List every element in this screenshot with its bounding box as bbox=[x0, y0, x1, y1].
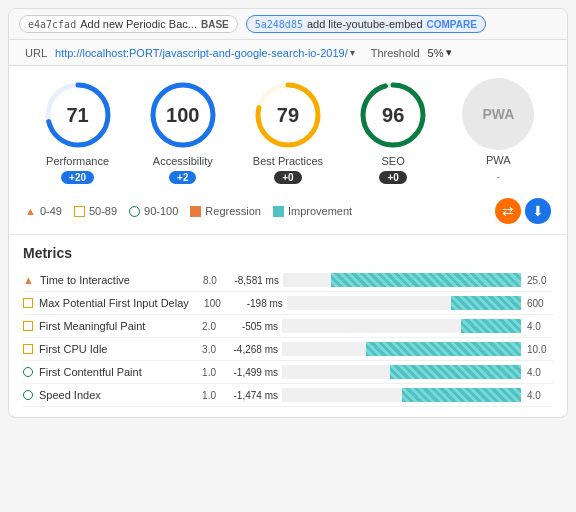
score-accessibility: 100 Accessibility +2 bbox=[147, 79, 219, 184]
metric-row-first-cpu-idle: First CPU Idle 3.0 -4,268 ms 10.0 bbox=[23, 338, 553, 361]
url-dropdown-arrow: ▾ bbox=[350, 47, 355, 58]
metric-triangle-icon: ▲ bbox=[23, 274, 34, 286]
seo-value: 96 bbox=[382, 103, 404, 126]
scores-section: 71 Performance +20 100 Accessibility +2 bbox=[9, 66, 567, 188]
triangle-icon: ▲ bbox=[25, 205, 36, 217]
metric-circle-icon bbox=[23, 390, 33, 400]
action-button-orange[interactable]: ⇄ bbox=[495, 198, 521, 224]
pwa-delta: - bbox=[496, 170, 500, 184]
metric-circle-icon bbox=[23, 367, 33, 377]
metric-compare-val: 600 bbox=[527, 298, 553, 309]
metric-bar-container: -1,474 ms bbox=[222, 388, 521, 402]
metric-diff: -198 ms bbox=[227, 298, 283, 309]
url-text: http://localhost:PORT/javascript-and-goo… bbox=[55, 47, 348, 59]
metric-base-val: 100 bbox=[195, 298, 221, 309]
seo-circle: 96 bbox=[357, 79, 429, 151]
threshold-selector[interactable]: 5% ▾ bbox=[428, 46, 452, 59]
legend-improvement-label: Improvement bbox=[288, 205, 352, 217]
threshold-label: Threshold bbox=[371, 47, 420, 59]
url-label: URL bbox=[25, 47, 47, 59]
improvement-icon bbox=[273, 206, 284, 217]
legend-90-100-label: 90-100 bbox=[144, 205, 178, 217]
metric-compare-val: 4.0 bbox=[527, 321, 553, 332]
url-bar: URL http://localhost:PORT/javascript-and… bbox=[9, 40, 567, 66]
metric-diff: -1,474 ms bbox=[222, 390, 278, 401]
metric-compare-val: 4.0 bbox=[527, 390, 553, 401]
metric-bar-fill bbox=[451, 296, 521, 310]
metric-bar-wrap bbox=[282, 342, 521, 356]
metric-name: First Contentful Paint bbox=[39, 366, 184, 378]
square-icon bbox=[74, 206, 85, 217]
metric-bar-fill bbox=[402, 388, 522, 402]
metric-bar-container: -8,581 ms bbox=[223, 273, 521, 287]
metric-compare-val: 10.0 bbox=[527, 344, 553, 355]
threshold-text: 5% bbox=[428, 47, 444, 59]
legend-50-89: 50-89 bbox=[74, 205, 117, 217]
score-best-practices: 79 Best Practices +0 bbox=[252, 79, 324, 184]
main-container: e4a7cfad Add new Periodic Bac... BASE 5a… bbox=[8, 8, 568, 418]
metric-bar-wrap bbox=[283, 273, 521, 287]
performance-label: Performance bbox=[46, 155, 109, 167]
metric-square-icon bbox=[23, 298, 33, 308]
legend-improvement: Improvement bbox=[273, 205, 352, 217]
metric-bar-wrap bbox=[282, 365, 521, 379]
metric-bar-fill bbox=[390, 365, 521, 379]
compare-label: COMPARE bbox=[427, 19, 477, 30]
best-practices-delta: +0 bbox=[274, 171, 301, 184]
pwa-label: PWA bbox=[486, 154, 511, 166]
base-msg: Add new Periodic Bac... bbox=[80, 18, 197, 30]
metric-square-icon bbox=[23, 321, 33, 331]
metric-row-time-to-interactive: ▲ Time to Interactive 8.0 -8,581 ms 25.0 bbox=[23, 269, 553, 292]
circle-icon bbox=[129, 206, 140, 217]
metric-bar-fill bbox=[366, 342, 521, 356]
compare-commit-badge[interactable]: 5a248d85 add lite-youtube-embed COMPARE bbox=[246, 15, 486, 33]
metric-base-val: 2.0 bbox=[190, 321, 216, 332]
action-button-blue[interactable]: ⬇ bbox=[525, 198, 551, 224]
best-practices-value: 79 bbox=[277, 103, 299, 126]
accessibility-label: Accessibility bbox=[153, 155, 213, 167]
metric-bar-wrap bbox=[282, 319, 521, 333]
base-hash: e4a7cfad bbox=[28, 19, 76, 30]
legend-actions: ⇄ ⬇ bbox=[495, 198, 551, 224]
base-label: BASE bbox=[201, 19, 229, 30]
performance-value: 71 bbox=[66, 103, 88, 126]
metric-bar-fill bbox=[331, 273, 521, 287]
metric-row-first-meaningful-paint: First Meaningful Paint 2.0 -505 ms 4.0 bbox=[23, 315, 553, 338]
score-pwa: PWA PWA - bbox=[462, 78, 534, 184]
best-practices-circle: 79 bbox=[252, 79, 324, 151]
url-selector[interactable]: http://localhost:PORT/javascript-and-goo… bbox=[55, 47, 355, 59]
pwa-text: PWA bbox=[482, 106, 514, 122]
metric-diff: -505 ms bbox=[222, 321, 278, 332]
best-practices-label: Best Practices bbox=[253, 155, 323, 167]
metric-name: Speed Index bbox=[39, 389, 184, 401]
metric-name: Time to Interactive bbox=[40, 274, 185, 286]
accessibility-circle: 100 bbox=[147, 79, 219, 151]
score-performance: 71 Performance +20 bbox=[42, 79, 114, 184]
metric-bar-wrap bbox=[282, 388, 521, 402]
metric-row-speed-index: Speed Index 1.0 -1,474 ms 4.0 bbox=[23, 384, 553, 407]
performance-circle: 71 bbox=[42, 79, 114, 151]
legend-regression-label: Regression bbox=[205, 205, 261, 217]
metric-compare-val: 4.0 bbox=[527, 367, 553, 378]
base-commit-badge[interactable]: e4a7cfad Add new Periodic Bac... BASE bbox=[19, 15, 238, 33]
metrics-title: Metrics bbox=[23, 245, 553, 261]
metric-bar-container: -505 ms bbox=[222, 319, 521, 333]
metric-bar-container: -198 ms bbox=[227, 296, 521, 310]
metric-square-icon bbox=[23, 344, 33, 354]
pwa-circle: PWA bbox=[462, 78, 534, 150]
compare-hash: 5a248d85 bbox=[255, 19, 303, 30]
metrics-section: Metrics ▲ Time to Interactive 8.0 -8,581… bbox=[9, 235, 567, 417]
metric-diff: -4,268 ms bbox=[222, 344, 278, 355]
metric-diff: -1,499 ms bbox=[222, 367, 278, 378]
metric-bar-wrap bbox=[287, 296, 521, 310]
metric-bar-fill bbox=[461, 319, 521, 333]
seo-delta: +0 bbox=[379, 171, 406, 184]
metric-name: First Meaningful Paint bbox=[39, 320, 184, 332]
regression-icon bbox=[190, 206, 201, 217]
legend-50-89-label: 50-89 bbox=[89, 205, 117, 217]
performance-delta: +20 bbox=[61, 171, 94, 184]
metric-base-val: 3.0 bbox=[190, 344, 216, 355]
accessibility-delta: +2 bbox=[169, 171, 196, 184]
metric-diff: -8,581 ms bbox=[223, 275, 279, 286]
score-seo: 96 SEO +0 bbox=[357, 79, 429, 184]
